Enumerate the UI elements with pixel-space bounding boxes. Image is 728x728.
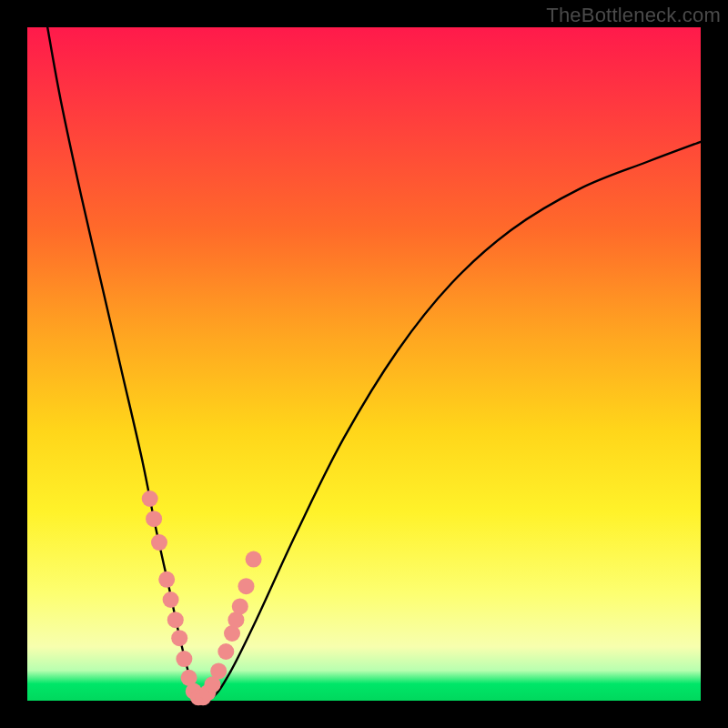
chart-frame: TheBottleneck.com xyxy=(0,0,728,728)
marker-point xyxy=(171,630,187,646)
bottleneck-curve xyxy=(47,27,701,701)
marker-point xyxy=(246,551,262,568)
watermark-text: TheBottleneck.com xyxy=(546,4,721,27)
marker-point xyxy=(151,534,167,551)
marker-point xyxy=(167,612,184,628)
chart-svg xyxy=(27,27,701,701)
marker-point xyxy=(232,598,248,614)
marker-point xyxy=(210,662,227,679)
marker-point xyxy=(146,511,162,527)
marker-point xyxy=(217,643,234,660)
marker-point xyxy=(142,490,158,507)
marker-point xyxy=(163,592,179,608)
marker-point xyxy=(158,571,175,588)
plot-area xyxy=(27,27,701,701)
marker-group xyxy=(142,490,262,705)
marker-point xyxy=(176,651,192,667)
marker-point xyxy=(238,578,255,594)
